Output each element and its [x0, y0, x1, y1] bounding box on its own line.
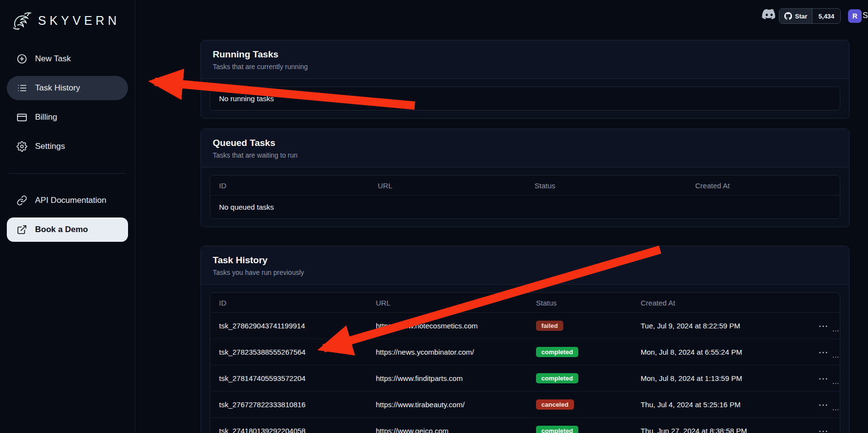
task-history-header: Task History Tasks you have run previous… [201, 246, 849, 285]
link-icon [17, 195, 27, 206]
sidebar-nav: New Task Task History Billing Settings [7, 47, 128, 242]
running-tasks-table: No running tasks [210, 87, 840, 110]
column-header-id: ID [210, 181, 369, 190]
column-header-url: URL [369, 181, 526, 190]
task-id: tsk_274180139292204058 [210, 427, 367, 433]
sidebar-item-label: Billing [35, 112, 57, 122]
github-star-count[interactable]: 5,434 [812, 9, 840, 23]
card-title: Queued Tasks [213, 138, 837, 148]
sidebar-item-api-documentation[interactable]: API Documentation [7, 188, 128, 213]
sidebar: SKYVERN New Task Task History Billing [0, 0, 135, 433]
sidebar-item-label: API Documentation [35, 196, 106, 205]
user-avatar[interactable]: R [848, 9, 862, 23]
row-menu-button[interactable]: ⋯ [814, 320, 832, 332]
sidebar-item-billing[interactable]: Billing [7, 105, 128, 129]
github-star-button[interactable]: Star [779, 9, 812, 23]
sidebar-item-new-task[interactable]: New Task [7, 47, 128, 71]
row-menu-button[interactable]: ⋯ [814, 373, 832, 384]
card-title: Task History [213, 255, 837, 266]
row-menu-button[interactable]: ⋯ [814, 425, 832, 433]
discord-icon[interactable] [761, 9, 777, 22]
task-url: https://www.notecosmetics.com [367, 322, 527, 330]
brand-name: SKYVERN [38, 14, 120, 28]
table-row[interactable]: tsk_276727822333810816 https://www.tirab… [210, 392, 840, 418]
running-tasks-card: Running Tasks Tasks that are currently r… [201, 40, 850, 119]
plus-circle-icon [17, 54, 27, 64]
status-badge: canceled [536, 399, 574, 410]
task-url: https://news.ycombinator.com/ [367, 348, 527, 356]
user-label-truncated: S [863, 11, 868, 20]
task-id: tsk_276727822333810816 [210, 400, 367, 409]
book-a-demo-button[interactable]: Book a Demo [7, 217, 128, 242]
main-content: Running Tasks Tasks that are currently r… [201, 40, 850, 433]
queued-tasks-card: Queued Tasks Tasks that are waiting to r… [201, 128, 850, 227]
task-created-at: Mon, Jul 8, 2024 at 1:13:59 PM [632, 374, 806, 382]
status-badge: failed [536, 321, 563, 331]
empty-state-text: No running tasks [210, 87, 840, 110]
card-subtitle: Tasks you have run previously [213, 269, 837, 276]
column-header-status: Status [527, 299, 632, 307]
table-row[interactable]: tsk_274180139292204058 https://www.geico… [210, 418, 840, 433]
card-subtitle: Tasks that are currently running [213, 63, 837, 71]
row-menu-button[interactable]: ⋯ [814, 346, 832, 358]
empty-state-text: No queued tasks [210, 196, 840, 218]
task-created-at: Tue, Jul 9, 2024 at 8:22:59 PM [632, 322, 806, 330]
gear-icon [17, 141, 27, 152]
brand-logo[interactable]: SKYVERN [11, 7, 128, 34]
task-id: tsk_278629043741199914 [210, 322, 367, 330]
task-created-at: Mon, Jul 8, 2024 at 6:55:24 PM [632, 348, 806, 356]
github-star-label: Star [795, 13, 807, 20]
status-badge: completed [536, 347, 578, 357]
task-created-at: Thu, Jun 27, 2024 at 8:38:58 PM [632, 427, 806, 433]
task-url: https://www.tirabeauty.com/ [367, 400, 527, 409]
credit-card-icon [17, 112, 27, 123]
column-header-created-at: Created At [632, 299, 806, 307]
task-created-at: Thu, Jul 4, 2024 at 5:25:16 PM [632, 400, 806, 409]
task-id: tsk_278235388555267564 [210, 348, 367, 356]
card-title: Running Tasks [213, 49, 837, 60]
sidebar-divider [9, 173, 126, 174]
table-header-row: ID URL Status Created At [210, 176, 840, 196]
sidebar-item-task-history[interactable]: Task History [7, 76, 128, 100]
row-menu-button[interactable]: ⋯ [814, 399, 832, 411]
list-icon [17, 83, 27, 93]
sidebar-item-label: Settings [35, 142, 65, 151]
skyvern-dragon-icon [11, 9, 33, 32]
sidebar-item-label: New Task [35, 54, 71, 64]
sidebar-item-label: Task History [35, 83, 80, 93]
column-header-created-at: Created At [686, 181, 840, 190]
github-star-widget[interactable]: Star 5,434 [779, 8, 841, 24]
sidebar-item-label: Book a Demo [35, 225, 88, 235]
status-badge: completed [536, 426, 578, 433]
task-history-table: ID URL Status Created At tsk_27862904374… [210, 292, 840, 433]
table-row[interactable]: tsk_278235388555267564 https://news.ycom… [210, 339, 840, 365]
sidebar-item-settings[interactable]: Settings [7, 134, 128, 159]
column-header-url: URL [367, 299, 527, 307]
table-header-row: ID URL Status Created At [210, 293, 840, 313]
table-row[interactable]: tsk_278147405593572204 https://www.findi… [210, 365, 840, 392]
queued-tasks-table: ID URL Status Created At No queued tasks [210, 175, 840, 219]
card-subtitle: Tasks that are waiting to run [213, 151, 837, 159]
task-history-card: Task History Tasks you have run previous… [201, 246, 850, 433]
column-header-id: ID [210, 299, 367, 307]
task-id: tsk_278147405593572204 [210, 374, 367, 382]
running-tasks-header: Running Tasks Tasks that are currently r… [201, 40, 849, 79]
topbar: Star 5,434 R S [135, 0, 868, 31]
table-row[interactable]: tsk_278629043741199914 https://www.notec… [210, 313, 840, 339]
external-link-icon [17, 224, 27, 235]
queued-tasks-header: Queued Tasks Tasks that are waiting to r… [201, 129, 849, 167]
status-badge: completed [536, 373, 578, 383]
column-header-status: Status [526, 181, 686, 190]
task-url: https://www.finditparts.com [367, 374, 527, 382]
task-url: https://www.geico.com [367, 427, 527, 433]
github-icon [784, 12, 792, 20]
